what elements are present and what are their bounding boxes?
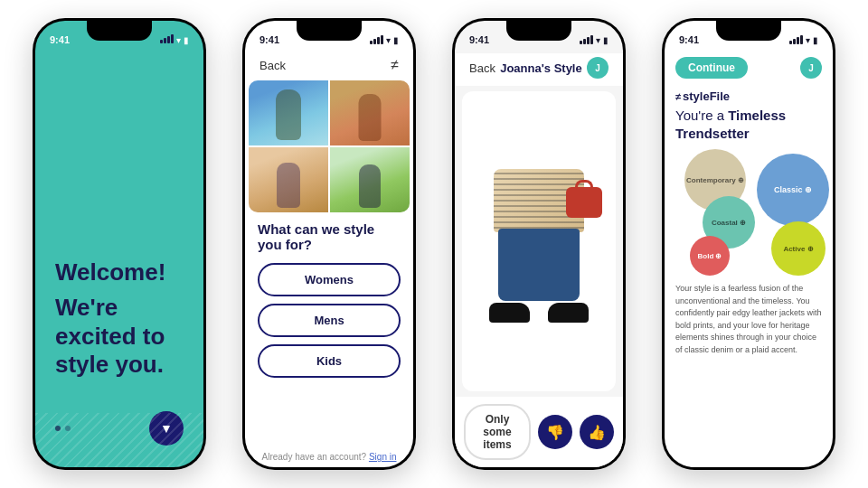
wifi-icon-4: ▾: [806, 35, 810, 45]
brand-logo: ≠ styleFile: [675, 89, 822, 103]
collage-photo-4: [330, 147, 410, 212]
shoes-left: [489, 303, 530, 323]
dislike-button[interactable]: 👎: [538, 415, 572, 449]
welcome-line2: We're: [55, 294, 118, 321]
status-icons-4: ▾ ▮: [789, 35, 818, 45]
results-body: ≠ styleFile You're a Timeless Trendsette…: [665, 84, 833, 467]
collage-photo-1: [249, 80, 328, 145]
thumbs-up-icon: 👍: [588, 424, 606, 441]
style-options-body: What can we style you for? Womens Mens K…: [245, 212, 413, 446]
status-icons-2: ▾ ▮: [370, 35, 399, 45]
contemporary-label: Contemporary ⊕: [684, 174, 746, 186]
filter-icon[interactable]: ≠: [391, 57, 399, 73]
battery-icon-3: ▮: [603, 35, 609, 45]
status-time-1: 9:41: [50, 34, 70, 45]
active-label: Active ⊕: [781, 243, 815, 255]
decoration-lines: [35, 395, 203, 467]
outfit-items: [476, 160, 602, 323]
phone-4: 9:41 ▾ ▮ Continue J ≠ styleFile You're a…: [662, 18, 835, 470]
wifi-icon-2: ▾: [386, 35, 391, 45]
collage-photo-3: [249, 147, 328, 212]
battery-icon-1: ▮: [184, 35, 189, 45]
battery-icon-4: ▮: [813, 35, 818, 45]
back-button-3[interactable]: Back: [469, 61, 495, 75]
collage-photo-2: [330, 80, 410, 145]
welcome-line1: Welcome!: [55, 258, 184, 286]
thumbs-down-icon: 👎: [546, 424, 564, 441]
result-prefix: You're a: [675, 108, 728, 123]
notch-3: [506, 21, 571, 41]
sign-in-link[interactable]: Sign in: [369, 452, 397, 462]
result-title: You're a Timeless Trendsetter: [675, 107, 822, 142]
classic-label: Classic ⊕: [770, 182, 816, 198]
nav-title-3: Joanna's Style: [500, 61, 582, 75]
bag-item: [566, 187, 602, 218]
phone-1: 9:41 ▾ ▮ Welcome! We're excited: [33, 18, 206, 470]
mens-button[interactable]: Mens: [258, 304, 401, 337]
logo-icon: ≠: [675, 91, 681, 102]
notch-4: [716, 21, 781, 41]
jeans-item: [498, 229, 580, 301]
welcome-content: Welcome! We're excited to style you.: [35, 53, 203, 411]
wifi-icon-1: ▾: [176, 35, 181, 45]
brand-name: styleFile: [683, 89, 730, 103]
result-description: Your style is a fearless fusion of the u…: [675, 281, 822, 356]
bubble-active: Active ⊕: [771, 221, 826, 276]
like-button[interactable]: 👍: [580, 415, 614, 449]
status-icons-3: ▾ ▮: [580, 35, 609, 45]
wifi-icon-3: ▾: [596, 35, 600, 45]
status-time-3: 9:41: [469, 34, 489, 45]
style-question: What can we style you for?: [258, 221, 401, 252]
phone-2: 9:41 ▾ ▮ Back ≠ What can we style you fo…: [242, 18, 416, 470]
outfit-visual: [462, 91, 616, 391]
avatar-4: J: [800, 57, 822, 79]
bubble-bold: Bold ⊕: [690, 236, 730, 276]
coastal-label: Coastal ⊕: [710, 217, 748, 229]
phone2-nav: Back ≠: [245, 53, 413, 80]
outfit-card: [462, 91, 616, 391]
bubble-classic: Classic ⊕: [757, 154, 829, 226]
welcome-heading: Welcome! We're excited to style you.: [55, 258, 184, 379]
phone-3: 9:41 ▾ ▮ Back Joanna's Style J: [452, 18, 626, 470]
style-bubble-chart: Contemporary ⊕ Classic ⊕ Coastal ⊕ Bold …: [675, 149, 829, 276]
battery-icon-2: ▮: [393, 35, 399, 45]
kids-button[interactable]: Kids: [258, 344, 401, 378]
womens-button[interactable]: Womens: [258, 263, 401, 296]
signal-icon-1: [160, 34, 174, 45]
bold-label: Bold ⊕: [698, 252, 722, 260]
some-items-button[interactable]: Only some items: [464, 404, 531, 460]
phone2-footer: Already have an account? Sign in: [245, 446, 413, 467]
welcome-line3: excited to: [55, 323, 165, 350]
swipe-actions: Only some items 👎 👍: [455, 397, 623, 467]
photo-collage: [249, 80, 410, 212]
status-time-4: 9:41: [679, 34, 699, 45]
phone3-nav: Back Joanna's Style J: [455, 53, 623, 86]
status-time-2: 9:41: [259, 34, 279, 45]
back-button-2[interactable]: Back: [259, 59, 286, 72]
avatar-3: J: [587, 57, 609, 79]
notch-1: [87, 21, 152, 41]
continue-button[interactable]: Continue: [675, 57, 748, 79]
account-text: Already have an account?: [262, 452, 367, 462]
status-icons-1: ▾ ▮: [160, 34, 189, 45]
phone4-nav: Continue J: [665, 53, 833, 84]
shoes-right: [548, 303, 589, 323]
notch-2: [297, 21, 362, 41]
welcome-line4: style you.: [55, 351, 164, 378]
